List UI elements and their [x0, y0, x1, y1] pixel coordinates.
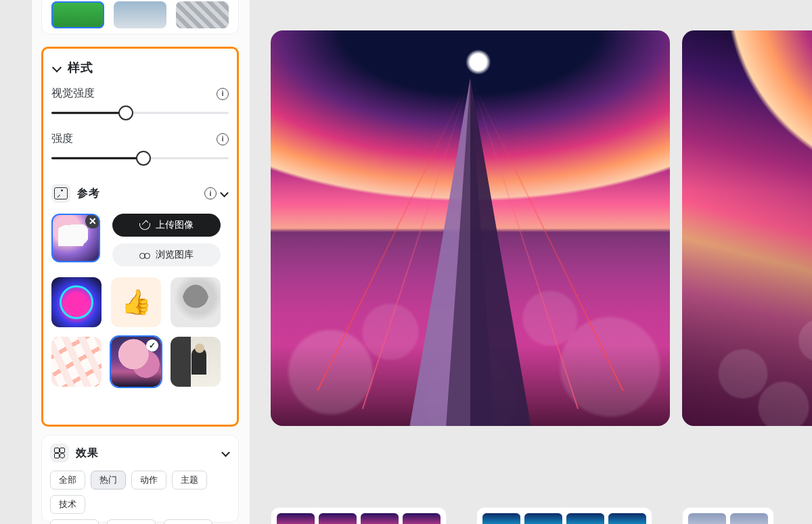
reference-tile-3[interactable]: [171, 277, 221, 327]
chevron-down-icon[interactable]: [222, 449, 230, 457]
grid-icon: [54, 448, 65, 458]
visual-intensity-label: 视觉强度: [51, 87, 95, 101]
effects-tab-4[interactable]: 技术: [50, 495, 85, 514]
effects-tab-row: 全部热门动作主题技术: [50, 471, 230, 514]
sidebar-panel: 样式 视觉强度 i 强度 i: [31, 0, 250, 524]
effects-title: 效果: [76, 446, 98, 460]
style-section-card: 样式 视觉强度 i 强度 i: [41, 47, 239, 427]
intensity-field: 强度 i: [51, 132, 229, 166]
effects-tab-2[interactable]: 动作: [131, 471, 166, 490]
top-thumb-2[interactable]: [114, 1, 166, 28]
chevron-down-icon: [51, 62, 62, 73]
effects-category-2[interactable]: 概念: [164, 519, 212, 524]
reference-tile-6[interactable]: [171, 337, 221, 387]
generated-image-2[interactable]: [682, 30, 812, 426]
top-thumb-1-selected[interactable]: [51, 1, 104, 28]
top-thumbnail-row: [41, 0, 239, 34]
variation-group-1[interactable]: [271, 507, 447, 524]
info-icon[interactable]: i: [217, 88, 229, 100]
effects-section-card: 效果 全部热门动作主题技术 效果材质概念: [41, 435, 239, 523]
intensity-slider[interactable]: [51, 150, 229, 166]
style-title: 样式: [68, 59, 93, 76]
effects-tab-3[interactable]: 主题: [172, 471, 207, 490]
app-stage: 样式 视觉强度 i 强度 i: [0, 0, 812, 524]
binoculars-icon: [139, 249, 150, 260]
browse-gallery-label: 浏览图库: [156, 249, 194, 261]
intensity-label: 强度: [51, 132, 73, 146]
info-icon[interactable]: i: [217, 133, 229, 145]
reference-grid: ✓: [51, 277, 229, 387]
upload-image-label: 上传图像: [156, 219, 194, 231]
effects-tab-1[interactable]: 热门: [91, 471, 126, 490]
effects-header[interactable]: 效果: [50, 444, 230, 462]
reference-tile-2[interactable]: [111, 277, 161, 327]
generated-image-1[interactable]: [271, 30, 670, 426]
visual-intensity-slider[interactable]: [51, 105, 229, 121]
effects-category-0[interactable]: 效果: [50, 519, 99, 524]
visual-intensity-field: 视觉强度 i: [51, 87, 229, 121]
effects-category-1[interactable]: 材质: [107, 519, 156, 524]
style-section-header[interactable]: 样式: [51, 59, 229, 76]
variation-group-2[interactable]: [476, 507, 652, 524]
remove-reference-icon[interactable]: ✕: [85, 214, 100, 229]
reference-tile-1[interactable]: [51, 277, 102, 327]
check-icon: ✓: [146, 339, 158, 352]
info-icon[interactable]: i: [204, 187, 217, 199]
reference-tile-5-selected[interactable]: ✓: [111, 337, 161, 387]
reference-icon: [51, 184, 70, 203]
reference-image-selected[interactable]: ✕: [51, 214, 100, 262]
bottom-variation-strip: [271, 507, 812, 524]
variation-group-3[interactable]: [682, 507, 774, 524]
upload-icon: [139, 220, 150, 231]
effects-icon: [50, 444, 69, 462]
browse-gallery-button[interactable]: 浏览图库: [112, 243, 221, 266]
reference-tile-4[interactable]: [51, 337, 102, 387]
top-thumb-3[interactable]: [176, 1, 229, 28]
reference-header[interactable]: 参考 i: [51, 184, 229, 203]
upload-image-button[interactable]: 上传图像: [112, 214, 221, 237]
image-icon: [54, 187, 68, 199]
effects-tab-0[interactable]: 全部: [50, 471, 85, 490]
chevron-down-icon[interactable]: [221, 189, 229, 197]
effects-chip-row: 效果材质概念: [50, 519, 230, 524]
reference-title: 参考: [77, 187, 99, 201]
reference-body: ✕ 上传图像 浏览图库: [51, 214, 229, 266]
